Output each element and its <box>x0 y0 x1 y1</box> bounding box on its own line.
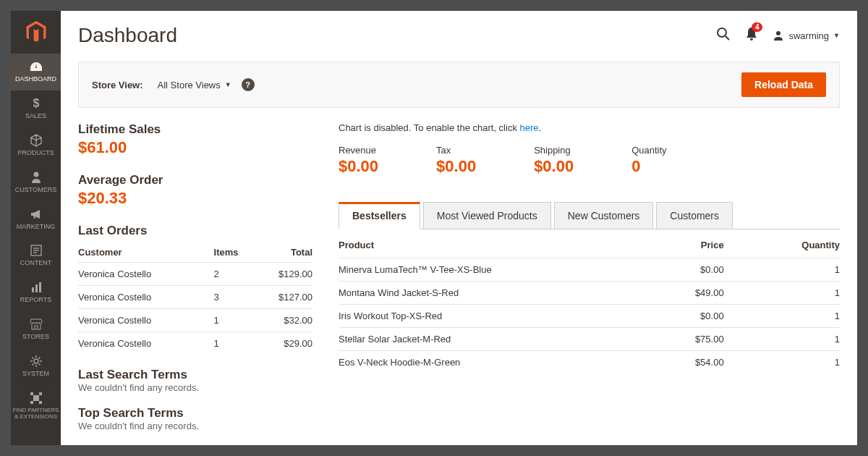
cell-quantity: 1 <box>767 328 840 351</box>
nav-label: DASHBOARD <box>15 76 56 83</box>
tab-bestsellers[interactable]: Bestsellers <box>339 202 420 229</box>
user-name: swarming <box>788 30 829 41</box>
cell-items: 3 <box>185 286 263 309</box>
nav-system[interactable]: SYSTEM <box>11 348 61 385</box>
page-title: Dashboard <box>78 24 716 47</box>
cell-items: 2 <box>185 263 263 286</box>
svg-point-15 <box>718 28 726 37</box>
tabs: Bestsellers Most Viewed Products New Cus… <box>339 202 840 229</box>
nav-label: MARKETING <box>17 224 56 231</box>
metric-value: 0 <box>631 157 666 176</box>
nav-content[interactable]: CONTENT <box>11 237 61 274</box>
col-total: Total <box>263 242 312 263</box>
col-customer: Customer <box>78 242 185 263</box>
svg-point-9 <box>34 359 38 363</box>
marketing-icon <box>30 207 43 221</box>
table-row[interactable]: Minerva LumaTech™ V-Tee-XS-Blue$0.001 <box>339 258 840 282</box>
metric-label: Tax <box>436 145 476 156</box>
cell-quantity: 1 <box>767 305 840 328</box>
table-row[interactable]: Veronica Costello1$29.00 <box>78 332 312 355</box>
cell-total: $127.00 <box>263 286 312 309</box>
nav-label: STORES <box>22 334 49 341</box>
partners-icon <box>30 391 43 405</box>
table-row[interactable]: Eos V-Neck Hoodie-M-Green$54.001 <box>339 351 840 374</box>
cell-product: Minerva LumaTech™ V-Tee-XS-Blue <box>339 258 630 282</box>
system-icon <box>30 354 43 368</box>
nav-products[interactable]: PRODUCTS <box>11 127 61 164</box>
last-orders-title: Last Orders <box>78 224 312 238</box>
svg-rect-14 <box>39 401 42 404</box>
table-row[interactable]: Iris Workout Top-XS-Red$0.001 <box>339 305 840 328</box>
magento-logo[interactable] <box>11 11 61 54</box>
svg-rect-13 <box>30 401 33 404</box>
nav-sales[interactable]: $ SALES <box>11 90 61 127</box>
metric-label: Shipping <box>534 145 574 156</box>
products-icon <box>30 133 43 148</box>
cell-quantity: 1 <box>767 351 840 374</box>
average-order-label: Average Order <box>78 173 312 187</box>
cell-product: Iris Workout Top-XS-Red <box>339 305 630 328</box>
metrics-row: Revenue $0.00 Tax $0.00 Shipping $0.00 Q… <box>339 145 840 176</box>
col-product: Product <box>339 229 630 258</box>
sales-icon: $ <box>30 96 43 111</box>
cell-price: $54.00 <box>630 351 767 374</box>
last-orders-table: Customer Items Total Veronica Costello2$… <box>78 242 312 355</box>
metric-label: Quantity <box>631 145 666 156</box>
metric-tax: Tax $0.00 <box>436 145 476 176</box>
enable-chart-link[interactable]: here <box>520 122 539 133</box>
cell-items: 1 <box>185 332 263 355</box>
search-icon[interactable] <box>716 27 731 44</box>
notifications-icon[interactable]: 4 <box>745 27 758 44</box>
last-search-title: Last Search Terms <box>78 368 312 382</box>
store-view-select[interactable]: All Store Views ▼ <box>158 80 231 90</box>
svg-rect-11 <box>30 392 33 395</box>
nav-label: PRODUCTS <box>17 150 54 157</box>
help-icon[interactable]: ? <box>242 78 255 91</box>
cell-price: $75.00 <box>630 328 767 351</box>
svg-point-1 <box>33 172 38 177</box>
nav-stores[interactable]: STORES <box>11 311 61 348</box>
user-menu[interactable]: swarming ▼ <box>773 30 840 41</box>
metric-quantity: Quantity 0 <box>631 145 666 176</box>
reload-data-button[interactable]: Reload Data <box>741 72 826 97</box>
nav-label: CONTENT <box>20 260 52 267</box>
toolbar: Store View: All Store Views ▼ ? Reload D… <box>78 62 840 108</box>
cell-customer: Veronica Costello <box>78 309 185 332</box>
table-row[interactable]: Veronica Costello1$32.00 <box>78 309 312 332</box>
header: Dashboard 4 swarming ▼ <box>61 11 857 53</box>
col-quantity: Quantity <box>767 229 840 258</box>
tab-new-customers[interactable]: New Customers <box>554 202 654 229</box>
cell-customer: Veronica Costello <box>78 263 185 286</box>
nav-reports[interactable]: REPORTS <box>11 274 61 311</box>
table-row[interactable]: Veronica Costello2$129.00 <box>78 263 312 286</box>
svg-rect-6 <box>32 287 34 292</box>
nav-label: CUSTOMERS <box>15 187 56 194</box>
average-order-value: $20.33 <box>78 189 312 208</box>
table-row[interactable]: Veronica Costello3$127.00 <box>78 286 312 309</box>
bestsellers-table: Product Price Quantity Minerva LumaTech™… <box>339 229 840 373</box>
average-order-block: Average Order $20.33 <box>78 173 312 208</box>
cell-product: Stellar Solar Jacket-M-Red <box>339 328 630 351</box>
cell-customer: Veronica Costello <box>78 332 185 355</box>
svg-text:$: $ <box>33 97 39 109</box>
nav-dashboard[interactable]: DASHBOARD <box>11 54 61 90</box>
cell-price: $0.00 <box>630 305 767 328</box>
reports-icon <box>30 280 42 295</box>
lifetime-sales-block: Lifetime Sales $61.00 <box>78 122 312 157</box>
nav-find-partners[interactable]: FIND PARTNERS & EXTENSIONS <box>11 385 61 428</box>
tab-customers[interactable]: Customers <box>656 202 733 229</box>
nav-marketing[interactable]: MARKETING <box>11 201 61 238</box>
svg-line-16 <box>726 36 729 40</box>
chevron-down-icon: ▼ <box>833 32 840 39</box>
metric-value: $0.00 <box>339 157 378 176</box>
nav-customers[interactable]: CUSTOMERS <box>11 164 61 201</box>
cell-price: $0.00 <box>630 258 767 282</box>
table-row[interactable]: Stellar Solar Jacket-M-Red$75.001 <box>339 328 840 351</box>
table-row[interactable]: Montana Wind Jacket-S-Red$49.001 <box>339 282 840 305</box>
tab-most-viewed[interactable]: Most Viewed Products <box>423 202 551 229</box>
nav-label: REPORTS <box>20 297 51 304</box>
content-icon <box>30 243 42 258</box>
cell-total: $32.00 <box>263 309 312 332</box>
svg-rect-8 <box>39 282 41 292</box>
svg-rect-12 <box>39 392 42 395</box>
